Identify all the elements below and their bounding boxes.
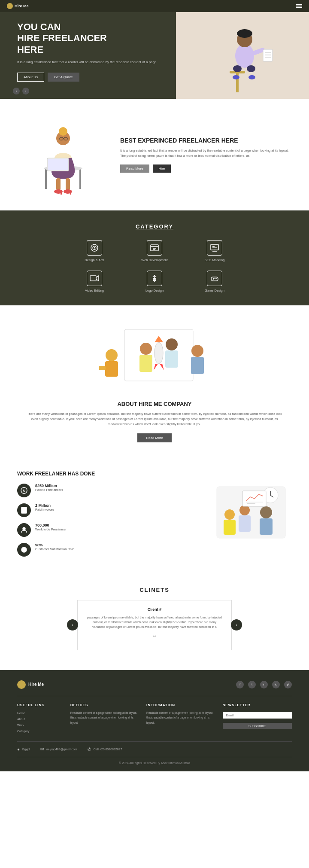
- about-illustration: [90, 325, 219, 394]
- svg-point-6: [247, 65, 255, 72]
- svg-rect-56: [139, 355, 152, 372]
- next-arrow[interactable]: ›: [22, 88, 29, 94]
- game-label: Game Design: [205, 289, 224, 292]
- contact-phone-text: Call +20 0020892027: [94, 748, 122, 751]
- footer-top: Hire Me f t in ig yt: [17, 680, 292, 696]
- svg-point-61: [154, 342, 163, 364]
- footer-col-offices: OFFICES Readable content of a page when …: [70, 703, 139, 734]
- subscribe-button[interactable]: SUBSCRIBE: [223, 723, 292, 729]
- testimonial-prev-arrow[interactable]: ‹: [67, 619, 78, 630]
- stat-number-satisfaction: 98%: [35, 543, 74, 547]
- video-label: Video Editing: [85, 289, 104, 292]
- information-title: INFORMATION: [146, 703, 215, 707]
- web-icon: [147, 240, 162, 256]
- category-item-video[interactable]: Video Editing: [69, 271, 120, 292]
- stats-image: [197, 471, 292, 563]
- testimonial-name: Client #: [86, 607, 223, 612]
- footer-link-work[interactable]: Work: [17, 722, 64, 728]
- footer-link-about[interactable]: About: [17, 716, 64, 722]
- linkedin-icon[interactable]: in: [260, 681, 268, 688]
- footer-link-category[interactable]: Category: [17, 728, 64, 734]
- newsletter-email-input[interactable]: [223, 712, 292, 719]
- footer-link-home[interactable]: Home: [17, 710, 64, 716]
- hero-illustration: [204, 9, 281, 99]
- svg-point-34: [94, 247, 95, 249]
- svg-rect-0: [236, 71, 239, 92]
- svg-rect-53: [105, 361, 118, 377]
- category-item-logo[interactable]: Logo Design: [129, 271, 180, 292]
- offices-title: OFFICES: [70, 703, 139, 707]
- testimonial-next-arrow[interactable]: ›: [231, 619, 242, 630]
- svg-rect-14: [45, 168, 47, 189]
- svg-rect-31: [70, 190, 71, 195]
- svg-point-73: [24, 549, 25, 550]
- youtube-icon[interactable]: yt: [284, 681, 292, 688]
- category-item-seo[interactable]: SEO Markting: [189, 240, 240, 262]
- twitter-icon[interactable]: t: [248, 681, 256, 688]
- category-item-design[interactable]: Design & Arts: [69, 240, 120, 262]
- svg-rect-58: [165, 350, 178, 368]
- svg-rect-67: [21, 507, 27, 513]
- stat-label-satisfaction: Customer Satisfaction Rate: [35, 547, 74, 551]
- hero-buttons: About Us Get A Quote: [17, 73, 163, 82]
- get-quote-button[interactable]: Get A Quote: [48, 73, 79, 82]
- offices-text: Readable content of a page when looking …: [70, 710, 139, 725]
- svg-point-59: [191, 345, 203, 357]
- svg-point-55: [140, 343, 152, 355]
- stat-label-paid: Paid to Freelancers: [35, 488, 63, 492]
- hero-subtitle: It is a long established fact that a rea…: [17, 60, 163, 65]
- freelancer-buttons: Read More Hire: [120, 164, 292, 173]
- footer-social: f t in ig yt: [236, 681, 292, 688]
- svg-point-2: [235, 44, 254, 68]
- facebook-icon[interactable]: f: [236, 681, 244, 688]
- prev-arrow[interactable]: ‹: [13, 88, 20, 94]
- hire-button[interactable]: Hire: [153, 164, 171, 173]
- hamburger-menu[interactable]: [296, 4, 302, 8]
- svg-point-8: [248, 75, 255, 79]
- svg-point-82: [260, 506, 272, 518]
- nav-logo[interactable]: Hire Me: [7, 3, 29, 9]
- newsletter-title: NEWSLETTER: [223, 703, 292, 707]
- svg-point-4: [237, 29, 252, 38]
- stats-section: WORK FREELANER HAS DONE $ $250 Million P…: [0, 462, 309, 571]
- category-item-game[interactable]: Game Design: [189, 271, 240, 292]
- svg-point-71: [21, 547, 27, 552]
- copyright-text: © 2024 All Rights Reserved By Abdelrahma…: [119, 761, 190, 764]
- svg-rect-39: [211, 244, 218, 250]
- footer-col-newsletter: NEWSLETTER SUBSCRIBE: [223, 703, 292, 734]
- svg-rect-79: [224, 520, 236, 535]
- read-more-button[interactable]: Read More: [120, 164, 149, 173]
- svg-point-50: [216, 278, 217, 279]
- hero-section: YOU CAN HIRE FREELANCER HERE It is a lon…: [0, 0, 309, 99]
- information-text: Readable content of a page when looking …: [146, 710, 215, 725]
- invoices-icon: [17, 503, 31, 517]
- svg-rect-19: [48, 159, 68, 170]
- freelancer-content: BEST EXPERINCED FREELANCER HERE It is a …: [120, 137, 292, 173]
- svg-rect-54: [99, 366, 106, 370]
- stat-item-paid: $ $250 Million Paid to Freelancers: [17, 484, 189, 497]
- svg-rect-60: [191, 357, 204, 374]
- svg-point-57: [166, 338, 178, 350]
- about-us-button[interactable]: About Us: [17, 73, 44, 82]
- svg-point-80: [239, 505, 250, 515]
- quote-icon: “: [86, 634, 223, 643]
- category-item-web[interactable]: Web Development: [129, 240, 180, 262]
- svg-rect-10: [263, 49, 273, 61]
- stat-number-invoices: 2 Million: [35, 503, 55, 508]
- footer-col-useful-link: USEFUL LINK Home About Work Category: [17, 703, 64, 734]
- about-read-more-button[interactable]: Read More: [137, 433, 172, 442]
- stat-text-invoices: 2 Million Paid Invoices: [35, 503, 55, 512]
- video-icon: [87, 271, 102, 286]
- category-grid: Design & Arts Web Development: [69, 240, 240, 292]
- contact-phone: ✆ Call +20 0020892027: [88, 747, 122, 752]
- contact-location: ● Egypt: [17, 747, 30, 752]
- svg-rect-35: [151, 245, 158, 251]
- footer: Hire Me f t in ig yt USEFUL LINK Home Ab…: [0, 670, 309, 771]
- instagram-icon[interactable]: ig: [272, 681, 280, 688]
- contact-email: ✉ aelpap488@gmail.com: [40, 747, 77, 752]
- svg-text:$: $: [23, 489, 25, 493]
- about-section: ABOUT HIRE ME COMPANY There are many var…: [0, 312, 309, 455]
- svg-rect-26: [56, 178, 61, 190]
- stat-number-paid: $250 Million: [35, 484, 63, 488]
- about-image: [26, 325, 283, 394]
